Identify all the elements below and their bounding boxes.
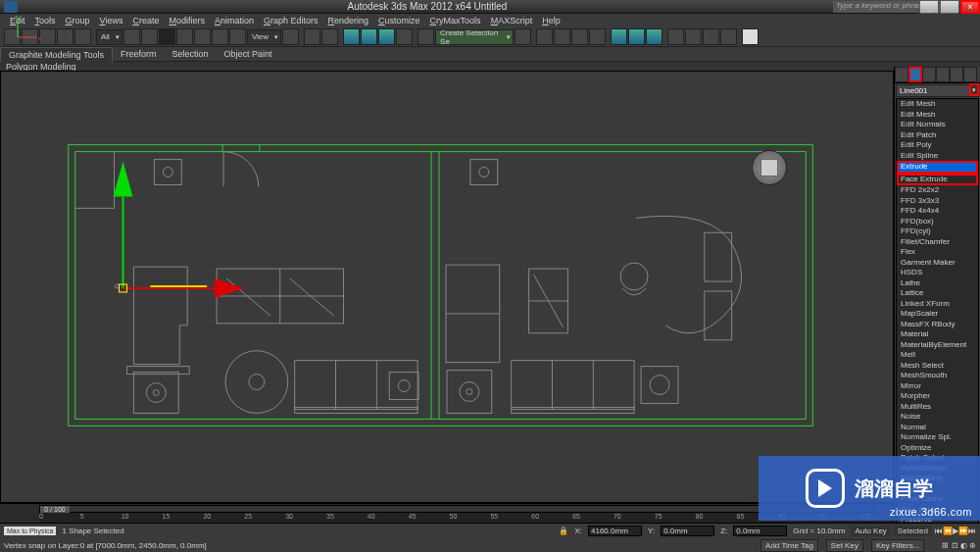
tick-label: 85: [737, 513, 745, 520]
modifier-item[interactable]: Lathe: [897, 278, 978, 289]
modifier-item[interactable]: Face Extrude: [897, 174, 978, 186]
svg-text:x: x: [38, 35, 41, 41]
modifier-item[interactable]: FFD 3x3x3: [897, 196, 978, 207]
axis-gizmo-icon: x z: [13, 13, 905, 443]
modifier-item[interactable]: Mirror: [897, 381, 978, 392]
tick-label: 65: [572, 513, 580, 520]
modifier-item[interactable]: Flex: [897, 247, 978, 258]
watermark: 溜溜自学 zixue.3d66.com: [759, 456, 980, 521]
watermark-text: 溜溜自学: [855, 476, 933, 502]
modifier-item[interactable]: Edit Patch: [897, 130, 978, 141]
modifier-item[interactable]: Noise: [897, 412, 978, 423]
tick-label: 15: [163, 513, 171, 520]
modifier-item[interactable]: Material: [897, 329, 978, 340]
minimize-button[interactable]: _: [919, 0, 939, 14]
tick-label: 5: [80, 513, 84, 520]
x-coord-field[interactable]: 4160.0mm: [588, 526, 642, 536]
prompt-bar: Vertex snap on Layer:0 at [7000.0mm, 245…: [0, 538, 980, 552]
grid-label: Grid = 10.0mm: [793, 527, 845, 535]
modifier-item[interactable]: MassFX RBody: [897, 320, 978, 330]
tab-utilities-icon[interactable]: [963, 67, 977, 82]
modifier-item[interactable]: Normalize Spl.: [897, 432, 978, 443]
modifier-item[interactable]: Normal: [897, 423, 978, 433]
tab-modify-icon[interactable]: [908, 67, 922, 82]
tick-label: 80: [696, 513, 704, 520]
modifier-item[interactable]: Melt: [897, 350, 978, 361]
tick-label: 40: [368, 513, 375, 520]
modifier-item[interactable]: Linked XForm: [897, 299, 978, 310]
modifier-item[interactable]: Edit Mesh: [897, 99, 978, 110]
tick-label: 60: [531, 513, 539, 520]
tick-label: 70: [613, 513, 621, 520]
modifier-item[interactable]: FFD 4x4x4: [897, 206, 978, 217]
modifier-item[interactable]: MultiRes: [897, 402, 978, 413]
tick-label: 30: [285, 513, 293, 520]
modifier-item[interactable]: FFD(box): [897, 217, 978, 227]
tab-hierarchy-icon[interactable]: [922, 67, 936, 82]
nav-controls-icon[interactable]: ⊞ ⊡ ◐ ⊕: [942, 541, 976, 550]
prompt-text: Vertex snap on Layer:0 at [7000.0mm, 245…: [4, 541, 207, 550]
title-text: Autodesk 3ds Max 2012 x64 Untitled: [22, 1, 833, 12]
modifier-item[interactable]: Optimize: [897, 443, 978, 454]
maximize-button[interactable]: □: [940, 0, 959, 14]
modifier-item[interactable]: Lattice: [897, 288, 978, 299]
modifier-item[interactable]: Morpher: [897, 391, 978, 402]
set-key-button[interactable]: Set Key: [826, 539, 863, 552]
modifier-item[interactable]: Garment Maker: [897, 258, 978, 269]
modifier-item[interactable]: Edit Poly: [897, 140, 978, 151]
tab-motion-icon[interactable]: [936, 67, 950, 82]
object-name-field[interactable]: Line001: [896, 84, 979, 97]
maxscript-button[interactable]: Max to Physica: [4, 527, 56, 535]
modifier-item[interactable]: FFD(cyl): [897, 226, 978, 237]
tab-display-icon[interactable]: [950, 67, 963, 82]
command-panel: Line001 ▾ Edit MeshEdit MeshEdit Normals…: [894, 67, 980, 523]
status-bar: Max to Physica 1 Shape Selected 🔒 X:4160…: [0, 523, 980, 538]
modifier-item[interactable]: Edit Normals: [897, 120, 978, 130]
selected-dropdown[interactable]: Selected: [894, 526, 932, 536]
y-coord-field[interactable]: 0.0mm: [661, 526, 714, 536]
viewport[interactable]: x z: [0, 71, 894, 503]
modifier-item[interactable]: FFD 2x2x2: [897, 185, 978, 196]
tick-label: 50: [450, 513, 458, 520]
watermark-url: zixue.3d66.com: [890, 506, 972, 518]
add-time-tag-button[interactable]: Add Time Tag: [760, 539, 818, 552]
modifier-item[interactable]: MapScaler: [897, 309, 978, 320]
tab-create-icon[interactable]: [895, 67, 908, 82]
modifier-list-dropdown[interactable]: ▾: [969, 83, 979, 96]
modifier-item[interactable]: Edit Spline: [897, 151, 978, 162]
lock-icon[interactable]: 🔒: [559, 527, 568, 535]
modifier-item[interactable]: Edit Mesh: [897, 110, 978, 121]
tick-label: 20: [203, 513, 211, 520]
app-icon[interactable]: [4, 1, 18, 13]
auto-key-button[interactable]: Auto Key: [851, 526, 890, 536]
tick-label: 35: [326, 513, 334, 520]
modifier-item[interactable]: Extrude: [897, 161, 978, 174]
tick-label: 10: [122, 513, 129, 520]
modifier-item[interactable]: MaterialByElement: [897, 340, 978, 351]
close-button[interactable]: ×: [960, 0, 980, 14]
z-coord-field[interactable]: 0.0mm: [733, 526, 787, 536]
selection-status: 1 Shape Selected: [62, 527, 123, 535]
play-icon: [806, 469, 845, 508]
modifier-item[interactable]: Mesh Select: [897, 361, 978, 372]
tick-label: 75: [655, 513, 662, 520]
tick-label: 55: [490, 513, 498, 520]
modifier-item[interactable]: Fillet/Chamfer: [897, 237, 978, 248]
tick-label: 0: [39, 513, 43, 520]
key-filters-button[interactable]: Key Filters...: [871, 539, 924, 552]
modifier-item[interactable]: HSDS: [897, 268, 978, 278]
playback-controls-icon[interactable]: ⏮⏪▶⏩⏭: [935, 527, 976, 535]
tick-label: 25: [244, 513, 252, 520]
modifier-item[interactable]: MeshSmooth: [897, 371, 978, 381]
tick-label: 45: [409, 513, 416, 520]
svg-text:z: z: [15, 14, 18, 20]
